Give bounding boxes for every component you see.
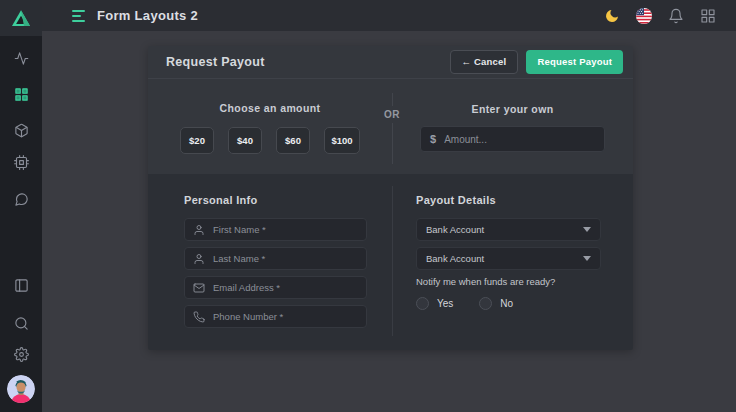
email-input[interactable] [213,282,358,293]
dashboard-grid-icon [14,87,29,102]
cube-icon [14,123,29,138]
radio-circle-icon [416,297,429,310]
radio-label: No [500,298,513,309]
last-name-input[interactable] [213,253,358,264]
select-value: Bank Account [426,253,484,264]
preset-amount-button[interactable]: $40 [228,127,262,154]
cancel-button[interactable]: ← Cancel [450,50,519,74]
search-icon [14,316,29,331]
moon-icon [604,8,620,24]
user-icon [193,224,205,236]
card-title: Request Payout [166,55,265,69]
sidebar-item-components[interactable] [0,117,42,143]
choose-amount-group: Choose an amount $20 $40 $60 $100 [148,79,392,174]
dollar-icon: $ [430,133,436,145]
enter-your-own-label: Enter your own [471,103,553,115]
page-title: Form Layouts 2 [97,8,198,23]
apps-menu-button[interactable] [699,7,716,24]
cpu-icon [14,155,29,170]
user-icon [193,253,205,265]
header-actions [603,7,736,24]
preset-amount-button[interactable]: $20 [180,127,214,154]
notify-question: Notify me when funds are ready? [416,276,633,287]
amount-input-wrap: $ [420,126,605,152]
request-payout-card: Request Payout ← Cancel Request Payout C… [148,46,633,350]
radio-label: Yes [437,298,453,309]
details-section: Personal Info [148,174,633,350]
avatar-image [7,375,35,403]
preset-amount-button[interactable]: $60 [276,127,310,154]
chat-icon [14,192,29,207]
sidebar-item-activity[interactable] [0,45,42,71]
top-header: Form Layouts 2 [42,0,736,31]
amount-section: Choose an amount $20 $40 $60 $100 OR Ent… [148,79,633,174]
email-icon [193,282,205,294]
notify-radio-group: Yes No [416,297,633,310]
language-selector[interactable] [635,7,652,24]
phone-field-wrap [184,305,367,328]
card-header: Request Payout ← Cancel Request Payout [148,46,633,79]
email-field-wrap [184,276,367,299]
sidebar-item-extra[interactable] [0,149,42,175]
vertical-divider [392,186,393,336]
sidebar-item-messages[interactable] [0,186,42,212]
radio-circle-icon [479,297,492,310]
sidebar-item-layout[interactable] [0,272,42,298]
phone-icon [193,311,205,323]
bank-account-select-2[interactable]: Bank Account [416,247,601,270]
app-logo[interactable] [0,0,42,36]
payout-details-column: Payout Details Bank Account Bank Account… [392,174,633,350]
chevron-down-icon [583,227,591,232]
last-name-field-wrap [184,247,367,270]
sidebar-item-search[interactable] [0,310,42,336]
preset-amounts: $20 $40 $60 $100 [180,127,360,154]
activity-icon [14,51,29,66]
notifications-button[interactable] [667,7,684,24]
card-actions: ← Cancel Request Payout [450,50,624,74]
personal-info-column: Personal Info [148,174,392,350]
personal-info-heading: Personal Info [184,194,392,206]
triangle-logo-icon [12,10,30,26]
sidebar-item-settings[interactable] [0,341,42,367]
grid-menu-icon [700,8,716,24]
bank-account-select-1[interactable]: Bank Account [416,218,601,241]
first-name-field-wrap [184,218,367,241]
preset-amount-button[interactable]: $100 [324,127,360,154]
app-window: Form Layouts 2 [0,0,736,412]
chevron-down-icon [583,256,591,261]
select-value: Bank Account [426,224,484,235]
vertical-divider [392,93,393,164]
radio-no[interactable]: No [479,297,513,310]
theme-toggle[interactable] [603,7,620,24]
sidebar [0,0,42,412]
user-avatar[interactable] [7,375,35,403]
menu-toggle-icon[interactable] [72,10,85,22]
payout-details-heading: Payout Details [416,194,633,206]
or-separator: OR [380,106,404,123]
custom-amount-group: Enter your own $ [392,79,633,174]
gear-icon [14,347,29,362]
us-flag-icon [636,8,652,24]
phone-input[interactable] [213,311,358,322]
bell-icon [668,8,684,24]
request-payout-button[interactable]: Request Payout [526,50,623,74]
radio-yes[interactable]: Yes [416,297,453,310]
choose-amount-label: Choose an amount [220,102,321,114]
first-name-input[interactable] [213,224,358,235]
sidebar-item-dashboard[interactable] [0,81,42,107]
layout-icon [14,278,29,293]
amount-input[interactable] [444,134,595,145]
